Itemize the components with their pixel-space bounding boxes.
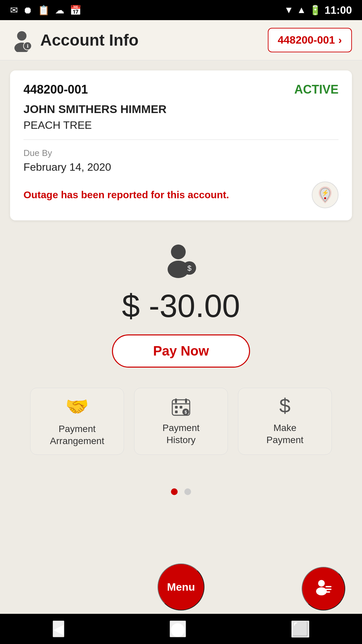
wifi-icon: ▼ [284, 5, 294, 15]
header-left: ℹ Account Info [10, 29, 138, 52]
page-dots [0, 488, 362, 495]
signal-icon: ▲ [297, 5, 306, 15]
calendar-icon: 📅 [70, 5, 81, 16]
dollar-icon: $ [275, 396, 295, 417]
cloud-icon: ☁ [55, 5, 64, 16]
back-nav-button[interactable]: ◀ [53, 621, 64, 637]
nav-bar: ◀ ⬤ ⬜ [0, 614, 362, 644]
balance-amount: $ -30.00 [122, 287, 240, 324]
home-icon: ⬤ [170, 621, 185, 637]
status-badge: ACTIVE [294, 83, 339, 97]
svg-rect-13 [185, 398, 187, 403]
menu-button[interactable]: Menu [158, 564, 204, 610]
card-top-row: 448200-001 ACTIVE [23, 83, 339, 97]
record-icon: ⏺ [23, 5, 33, 16]
svg-text:⚡: ⚡ [321, 189, 329, 197]
payment-arrangement-button[interactable]: 🤝 PaymentArrangement [30, 388, 124, 455]
back-icon: ◀ [53, 621, 64, 637]
svg-point-0 [17, 31, 26, 41]
status-bar-right: ▼ ▲ 🔋 11:00 [284, 4, 352, 16]
pay-now-button[interactable]: Pay Now [112, 334, 250, 368]
page-dot-1 [171, 488, 178, 495]
recent-icon: ⬜ [292, 621, 309, 637]
calendar-dollar-icon: $ [171, 396, 191, 417]
home-nav-button[interactable]: ⬤ [170, 621, 186, 637]
payment-history-label: PaymentHistory [163, 422, 200, 446]
recent-nav-button[interactable]: ⬜ [291, 621, 309, 638]
svg-point-20 [318, 580, 325, 587]
payment-arrangement-label: PaymentArrangement [50, 423, 104, 447]
header: ℹ Account Info 448200-001 › [0, 20, 362, 60]
customer-name: JOHN SMITHERS HIMMER [23, 103, 339, 116]
svg-rect-12 [175, 398, 177, 403]
page-dot-2 [184, 488, 191, 495]
menu-label: Menu [167, 581, 195, 593]
balance-user-icon: $ [161, 240, 201, 281]
account-location: PEACH TREE [23, 119, 339, 140]
due-by-label: Due By [23, 148, 339, 158]
due-date: February 14, 2020 [23, 161, 339, 173]
account-card: 448200-001 ACTIVE JOHN SMITHERS HIMMER P… [10, 70, 352, 220]
handshake-icon: 🤝 [65, 395, 89, 418]
svg-text:$: $ [185, 410, 187, 415]
outage-row: Outage has been reported for this accoun… [23, 181, 339, 208]
page-title: Account Info [40, 31, 138, 49]
balance-section: $ $ -30.00 Pay Now [0, 240, 362, 368]
outage-message: Outage has been reported for this accoun… [23, 189, 312, 201]
svg-rect-15 [180, 406, 182, 409]
chevron-right-icon: › [338, 34, 342, 46]
status-bar: ✉ ⏺ 📋 ☁ 📅 ▼ ▲ 🔋 11:00 [0, 0, 362, 20]
account-selector-button[interactable]: 448200-001 › [268, 28, 352, 52]
account-number: 448200-001 [23, 83, 88, 97]
quick-actions: 🤝 PaymentArrangement $ PaymentHistory $ … [0, 388, 362, 455]
svg-point-6 [171, 245, 186, 259]
outage-location-button[interactable]: ⚡ [312, 181, 339, 208]
selected-account-number: 448200-001 [278, 34, 335, 46]
make-payment-label: MakePayment [266, 422, 304, 446]
svg-point-21 [316, 587, 327, 595]
pay-now-label: Pay Now [153, 343, 209, 358]
avatar: ℹ [10, 29, 34, 52]
status-bar-left: ✉ ⏺ 📋 ☁ 📅 [10, 5, 81, 16]
contact-fab-button[interactable] [302, 567, 345, 610]
gmail-icon: ✉ [10, 5, 18, 16]
clock: 11:00 [324, 4, 352, 16]
bottom-area: Menu [0, 564, 362, 610]
payment-history-button[interactable]: $ PaymentHistory [134, 388, 228, 455]
make-payment-button[interactable]: $ MakePayment [238, 388, 332, 455]
svg-rect-14 [175, 406, 178, 409]
sim-icon: 📋 [38, 5, 50, 16]
svg-text:ℹ: ℹ [27, 43, 28, 49]
svg-rect-16 [175, 411, 178, 413]
svg-text:$: $ [279, 396, 290, 417]
battery-icon: 🔋 [309, 5, 321, 16]
contact-icon [313, 577, 334, 601]
svg-text:$: $ [187, 264, 191, 272]
svg-point-4 [324, 197, 326, 199]
